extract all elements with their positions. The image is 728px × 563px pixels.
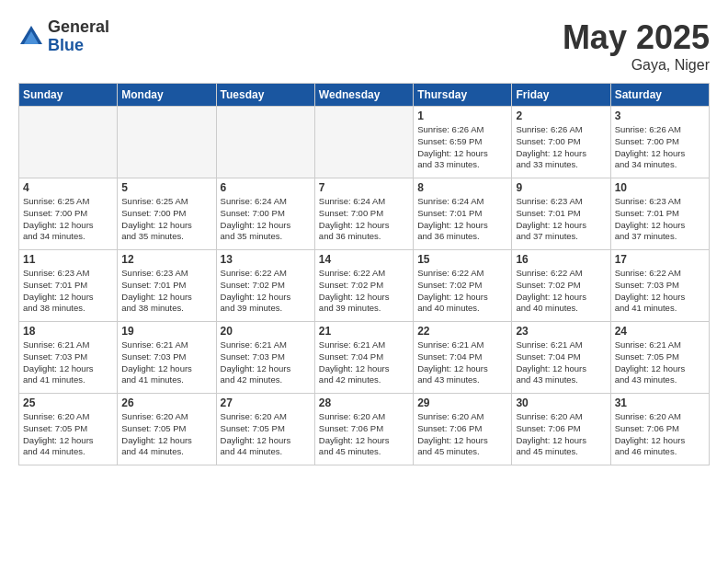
day-info: Sunrise: 6:24 AMSunset: 7:00 PMDaylight:… <box>221 196 311 243</box>
day-info: Sunrise: 6:21 AMSunset: 7:03 PMDaylight:… <box>221 339 311 386</box>
day-info-line: Sunset: 7:02 PM <box>319 280 409 292</box>
day-info-line: Daylight: 12 hours <box>319 220 409 232</box>
day-info-line: and 35 minutes. <box>221 231 311 243</box>
calendar-cell: 15Sunrise: 6:22 AMSunset: 7:02 PMDayligh… <box>414 250 512 322</box>
day-info-line: and 46 minutes. <box>615 446 705 458</box>
day-number: 9 <box>516 181 606 194</box>
calendar-cell: 19Sunrise: 6:21 AMSunset: 7:03 PMDayligh… <box>118 322 216 394</box>
day-info-line: Sunset: 7:06 PM <box>417 423 507 435</box>
day-info-line: Sunset: 7:03 PM <box>121 351 211 363</box>
day-info: Sunrise: 6:20 AMSunset: 7:06 PMDaylight:… <box>417 411 507 458</box>
day-number: 27 <box>221 396 311 409</box>
weekday-header: Thursday <box>414 84 512 107</box>
day-info-line: Sunrise: 6:23 AM <box>516 196 606 208</box>
day-info-line: Sunset: 7:03 PM <box>23 351 113 363</box>
day-info-line: Daylight: 12 hours <box>319 363 409 375</box>
calendar-cell: 11Sunrise: 6:23 AMSunset: 7:01 PMDayligh… <box>19 250 118 322</box>
day-info-line: Sunrise: 6:25 AM <box>23 196 113 208</box>
month-title: May 2025 <box>563 18 710 57</box>
day-info-line: Sunset: 7:00 PM <box>121 208 211 220</box>
day-info-line: and 34 minutes. <box>23 231 113 243</box>
day-number: 10 <box>615 181 705 194</box>
day-info: Sunrise: 6:25 AMSunset: 7:00 PMDaylight:… <box>23 196 113 243</box>
page: General Blue May 2025 Gaya, Niger Sunday… <box>0 0 728 563</box>
day-info: Sunrise: 6:26 AMSunset: 7:00 PMDaylight:… <box>615 124 705 171</box>
day-info-line: Sunrise: 6:21 AM <box>23 339 113 351</box>
day-number: 25 <box>23 396 113 409</box>
day-info-line: Sunset: 7:00 PM <box>319 208 409 220</box>
day-info-line: Sunset: 7:06 PM <box>516 423 606 435</box>
day-info-line: and 40 minutes. <box>417 303 507 315</box>
day-info-line: and 39 minutes. <box>221 303 311 315</box>
day-info-line: Daylight: 12 hours <box>615 148 705 160</box>
calendar-cell: 4Sunrise: 6:25 AMSunset: 7:00 PMDaylight… <box>19 178 118 250</box>
day-info-line: and 38 minutes. <box>121 303 211 315</box>
day-info-line: Daylight: 12 hours <box>417 435 507 447</box>
calendar-cell: 7Sunrise: 6:24 AMSunset: 7:00 PMDaylight… <box>314 178 413 250</box>
day-number: 7 <box>319 181 409 194</box>
title-block: May 2025 Gaya, Niger <box>563 18 710 74</box>
calendar-cell: 6Sunrise: 6:24 AMSunset: 7:00 PMDaylight… <box>216 178 314 250</box>
day-number: 1 <box>417 109 507 122</box>
day-info: Sunrise: 6:21 AMSunset: 7:05 PMDaylight:… <box>615 339 705 386</box>
day-info-line: Sunset: 7:04 PM <box>417 351 507 363</box>
day-info-line: Sunset: 7:04 PM <box>516 351 606 363</box>
day-info-line: and 43 minutes. <box>417 374 507 386</box>
day-number: 4 <box>23 181 113 194</box>
calendar-cell: 30Sunrise: 6:20 AMSunset: 7:06 PMDayligh… <box>512 394 610 465</box>
day-info-line: Sunset: 7:06 PM <box>615 423 705 435</box>
day-info: Sunrise: 6:22 AMSunset: 7:02 PMDaylight:… <box>221 268 311 315</box>
day-info-line: Sunrise: 6:23 AM <box>615 196 705 208</box>
day-info-line: Sunrise: 6:22 AM <box>319 268 409 280</box>
day-number: 29 <box>417 396 507 409</box>
day-info: Sunrise: 6:21 AMSunset: 7:04 PMDaylight:… <box>516 339 606 386</box>
day-info-line: Daylight: 12 hours <box>319 292 409 304</box>
day-info-line: Daylight: 12 hours <box>615 220 705 232</box>
day-info-line: Sunset: 7:01 PM <box>23 280 113 292</box>
day-info-line: Daylight: 12 hours <box>516 363 606 375</box>
logo-text: General Blue <box>48 18 109 55</box>
day-info-line: Sunset: 6:59 PM <box>417 136 507 148</box>
calendar-cell: 29Sunrise: 6:20 AMSunset: 7:06 PMDayligh… <box>414 394 512 465</box>
logo-icon <box>18 24 44 50</box>
calendar-cell: 17Sunrise: 6:22 AMSunset: 7:03 PMDayligh… <box>610 250 709 322</box>
day-number: 21 <box>319 325 409 338</box>
day-info: Sunrise: 6:25 AMSunset: 7:00 PMDaylight:… <box>121 196 211 243</box>
day-info: Sunrise: 6:24 AMSunset: 7:00 PMDaylight:… <box>319 196 409 243</box>
calendar-cell: 22Sunrise: 6:21 AMSunset: 7:04 PMDayligh… <box>414 322 512 394</box>
day-info-line: Sunrise: 6:23 AM <box>23 268 113 280</box>
weekday-header: Wednesday <box>314 84 413 107</box>
day-info-line: Sunset: 7:04 PM <box>319 351 409 363</box>
day-number: 13 <box>221 253 311 266</box>
day-number: 5 <box>121 181 211 194</box>
day-info-line: Sunrise: 6:20 AM <box>121 411 211 423</box>
day-info: Sunrise: 6:20 AMSunset: 7:06 PMDaylight:… <box>516 411 606 458</box>
day-number: 31 <box>615 396 705 409</box>
day-info-line: and 42 minutes. <box>319 374 409 386</box>
day-number: 12 <box>121 253 211 266</box>
day-info-line: Sunset: 7:00 PM <box>23 208 113 220</box>
day-number: 26 <box>121 396 211 409</box>
day-info: Sunrise: 6:20 AMSunset: 7:06 PMDaylight:… <box>319 411 409 458</box>
calendar-cell: 1Sunrise: 6:26 AMSunset: 6:59 PMDaylight… <box>414 107 512 178</box>
day-info: Sunrise: 6:23 AMSunset: 7:01 PMDaylight:… <box>121 268 211 315</box>
day-info-line: Daylight: 12 hours <box>221 363 311 375</box>
calendar-cell: 8Sunrise: 6:24 AMSunset: 7:01 PMDaylight… <box>414 178 512 250</box>
calendar-cell: 20Sunrise: 6:21 AMSunset: 7:03 PMDayligh… <box>216 322 314 394</box>
day-info-line: Sunrise: 6:26 AM <box>516 124 606 136</box>
calendar-week-row: 4Sunrise: 6:25 AMSunset: 7:00 PMDaylight… <box>19 178 710 250</box>
day-info: Sunrise: 6:22 AMSunset: 7:02 PMDaylight:… <box>417 268 507 315</box>
day-info: Sunrise: 6:21 AMSunset: 7:03 PMDaylight:… <box>121 339 211 386</box>
day-info-line: and 41 minutes. <box>23 374 113 386</box>
day-info-line: Daylight: 12 hours <box>221 435 311 447</box>
calendar-cell: 14Sunrise: 6:22 AMSunset: 7:02 PMDayligh… <box>314 250 413 322</box>
calendar-week-row: 18Sunrise: 6:21 AMSunset: 7:03 PMDayligh… <box>19 322 710 394</box>
day-info-line: Sunrise: 6:21 AM <box>319 339 409 351</box>
day-info: Sunrise: 6:21 AMSunset: 7:04 PMDaylight:… <box>319 339 409 386</box>
weekday-header: Tuesday <box>216 84 314 107</box>
day-number: 19 <box>121 325 211 338</box>
calendar-week-row: 11Sunrise: 6:23 AMSunset: 7:01 PMDayligh… <box>19 250 710 322</box>
day-info-line: Sunset: 7:01 PM <box>615 208 705 220</box>
day-info-line: Daylight: 12 hours <box>417 363 507 375</box>
weekday-header: Sunday <box>19 84 118 107</box>
